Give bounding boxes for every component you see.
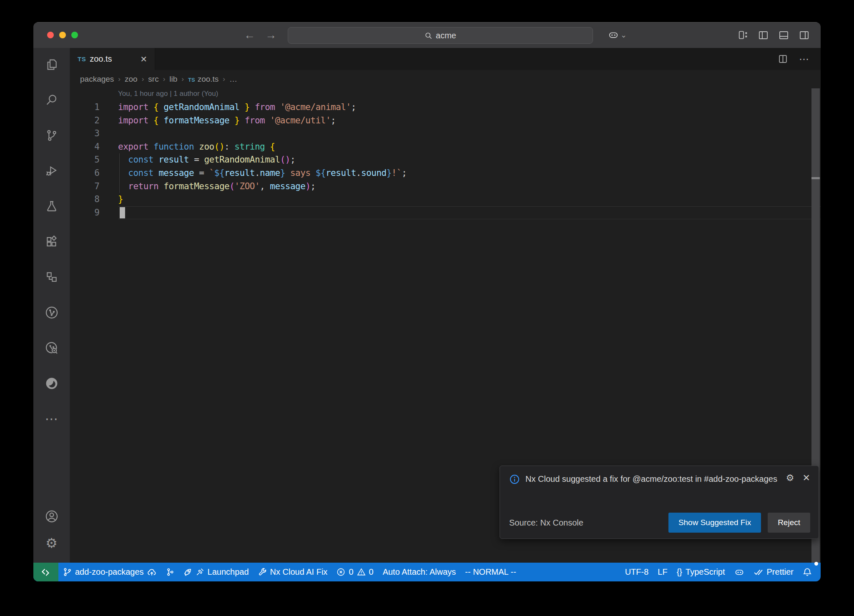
edge-browser-icon[interactable] bbox=[45, 376, 59, 391]
back-icon[interactable]: ← bbox=[244, 29, 255, 42]
line-number: 2 bbox=[70, 114, 118, 128]
code-lines: 1import { getRandomAnimal } from '@acme/… bbox=[70, 101, 821, 219]
language-status-item[interactable]: {} TypeScript bbox=[672, 563, 730, 581]
editor-more-actions-icon[interactable]: ⋯ bbox=[799, 53, 810, 65]
code-line[interactable]: 2import { formatMessage } from '@acme/ut… bbox=[70, 114, 821, 128]
remote-indicator[interactable] bbox=[33, 563, 58, 581]
vim-mode-status-item[interactable]: -- NORMAL -- bbox=[460, 563, 521, 581]
branch-name: add-zoo-packages bbox=[75, 567, 144, 577]
extensions-icon[interactable] bbox=[45, 235, 59, 249]
double-check-icon bbox=[754, 567, 764, 577]
activity-bar: ⋯ ⚙ bbox=[33, 48, 70, 563]
cloud-upload-icon bbox=[147, 568, 156, 577]
error-icon bbox=[337, 568, 345, 576]
prettier-label: Prettier bbox=[767, 567, 794, 577]
nx-console-icon[interactable] bbox=[45, 270, 59, 284]
branch-status-item[interactable]: add-zoo-packages bbox=[58, 563, 161, 581]
breadcrumb-separator: › bbox=[163, 75, 166, 83]
notifications-bell[interactable] bbox=[798, 563, 816, 581]
tab-bar: TS zoo.ts ✕ ⋯ bbox=[70, 48, 821, 70]
copilot-menu[interactable]: ⌄ bbox=[608, 22, 627, 48]
nx-cloud-fix-status-item[interactable]: Nx Cloud AI Fix bbox=[254, 563, 332, 581]
search-view-icon[interactable] bbox=[45, 93, 59, 107]
notification-close-icon[interactable]: ✕ bbox=[803, 473, 810, 483]
line-number: 7 bbox=[70, 180, 118, 193]
code-text: const result = getRandomAnimal(); bbox=[118, 153, 295, 167]
git-blame-annotation[interactable]: You, 1 hour ago | 1 author (You) bbox=[70, 88, 821, 101]
eol-status-item[interactable]: LF bbox=[653, 563, 672, 581]
breadcrumb-item[interactable]: lib bbox=[169, 75, 177, 84]
run-and-debug-icon[interactable] bbox=[45, 164, 59, 178]
close-window-button[interactable] bbox=[47, 32, 54, 38]
prettier-status-item[interactable]: Prettier bbox=[749, 563, 798, 581]
breadcrumb-separator: › bbox=[223, 75, 225, 83]
reject-button[interactable]: Reject bbox=[768, 513, 810, 533]
split-editor-icon[interactable] bbox=[778, 54, 788, 64]
notification-badge-dot bbox=[814, 562, 818, 566]
code-text: import { getRandomAnimal } from '@acme/a… bbox=[118, 101, 356, 114]
indent-guide bbox=[119, 153, 120, 167]
search-icon bbox=[424, 32, 432, 40]
code-line[interactable]: 5 const result = getRandomAnimal(); bbox=[70, 153, 821, 167]
git-graph-status-item[interactable] bbox=[161, 563, 179, 581]
testing-icon[interactable] bbox=[45, 199, 59, 213]
account-icon[interactable] bbox=[45, 509, 59, 523]
editor[interactable]: packages›zoo›src›lib›TSzoo.ts›… You, 1 h… bbox=[70, 70, 821, 563]
overview-ruler-cursor-mark bbox=[811, 177, 820, 179]
zoom-window-button[interactable] bbox=[71, 32, 78, 38]
notification-source: Source: Nx Console bbox=[509, 518, 583, 528]
eol-label: LF bbox=[658, 567, 667, 577]
nx-cloud-fix-label: Nx Cloud AI Fix bbox=[270, 567, 328, 577]
code-line[interactable]: 3 bbox=[70, 127, 821, 140]
minimize-window-button[interactable] bbox=[59, 32, 66, 38]
code-line[interactable]: 4export function zoo(): string { bbox=[70, 140, 821, 154]
more-views-icon[interactable]: ⋯ bbox=[45, 412, 59, 426]
remote-icon bbox=[41, 568, 50, 577]
git-graph-view-icon[interactable] bbox=[45, 305, 59, 320]
breadcrumb-item[interactable]: … bbox=[229, 75, 237, 84]
auto-attach-status-item[interactable]: Auto Attach: Always bbox=[378, 563, 461, 581]
breadcrumb-item[interactable]: zoo bbox=[125, 75, 138, 84]
info-icon bbox=[509, 474, 520, 485]
breadcrumb-item[interactable]: packages bbox=[80, 75, 114, 84]
copilot-status-icon bbox=[734, 567, 744, 577]
warning-icon bbox=[357, 568, 366, 576]
toggle-secondary-sidebar-icon[interactable] bbox=[799, 30, 810, 41]
toggle-panel-icon[interactable] bbox=[778, 30, 789, 41]
show-suggested-fix-button[interactable]: Show Suggested Fix bbox=[668, 513, 761, 533]
source-control-branch-icon bbox=[63, 568, 72, 576]
git-inspect-icon[interactable] bbox=[45, 341, 59, 355]
code-text: export function zoo(): string { bbox=[118, 140, 275, 154]
tab-close-icon[interactable]: ✕ bbox=[140, 54, 147, 64]
notification-toast: Nx Cloud suggested a fix for @acme/zoo:t… bbox=[500, 466, 819, 539]
code-line[interactable]: 6 const message = `${result.name} says $… bbox=[70, 167, 821, 180]
settings-gear-icon[interactable]: ⚙ bbox=[45, 536, 59, 550]
encoding-status-item[interactable]: UTF-8 bbox=[620, 563, 653, 581]
customize-layout-icon[interactable] bbox=[738, 30, 749, 40]
wrench-icon bbox=[258, 568, 267, 576]
code-line[interactable]: 8} bbox=[70, 193, 821, 206]
screen: ← → acme ⌄ bbox=[0, 0, 854, 616]
code-line[interactable]: 7 return formatMessage('ZOO', message); bbox=[70, 180, 821, 193]
toggle-primary-sidebar-icon[interactable] bbox=[758, 30, 769, 41]
vscode-window: ← → acme ⌄ bbox=[33, 22, 821, 581]
warning-count: 0 bbox=[369, 567, 374, 577]
breadcrumb-separator: › bbox=[118, 75, 121, 83]
launchpad-status-item[interactable]: Launchpad bbox=[179, 563, 254, 581]
tab-zoo-ts[interactable]: TS zoo.ts ✕ bbox=[70, 48, 155, 70]
notification-settings-gear-icon[interactable]: ⚙ bbox=[786, 473, 794, 483]
line-number: 3 bbox=[70, 127, 118, 140]
forward-icon[interactable]: → bbox=[265, 29, 276, 42]
launchpad-label: Launchpad bbox=[208, 567, 249, 577]
breadcrumb-item[interactable]: TSzoo.ts bbox=[188, 75, 219, 84]
copilot-status-item[interactable] bbox=[730, 563, 749, 581]
current-line-highlight bbox=[118, 206, 821, 220]
window-controls bbox=[47, 22, 78, 48]
problems-status-item[interactable]: 0 0 bbox=[332, 563, 378, 581]
command-center-search[interactable]: acme bbox=[288, 27, 593, 44]
source-control-icon[interactable] bbox=[45, 128, 59, 143]
code-line[interactable]: 9 bbox=[70, 206, 821, 220]
explorer-icon[interactable] bbox=[45, 58, 59, 72]
breadcrumb-item[interactable]: src bbox=[148, 75, 158, 84]
code-line[interactable]: 1import { getRandomAnimal } from '@acme/… bbox=[70, 101, 821, 114]
